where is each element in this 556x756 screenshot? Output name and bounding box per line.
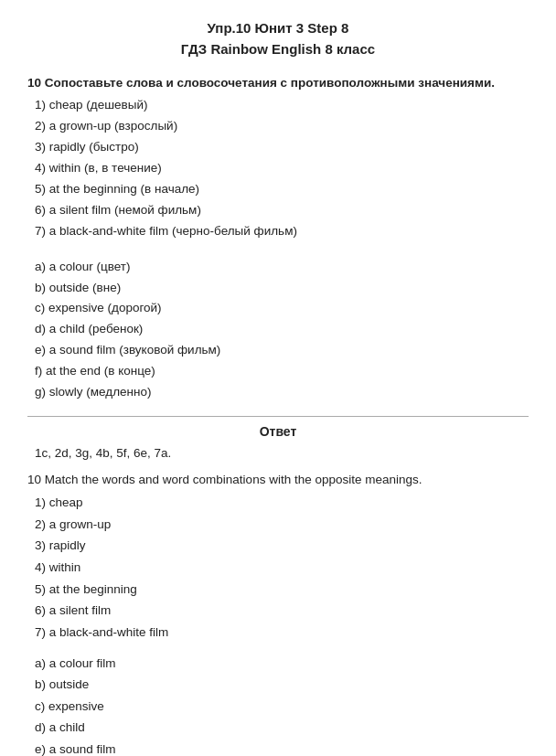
list-item: a) a colour (цвет): [35, 257, 529, 278]
list-item: b) outside (вне): [35, 278, 529, 299]
list-item: e) a sound film (звуковой фильм): [35, 340, 529, 361]
list-item: d) a child (ребенок): [35, 319, 529, 340]
list-item: c) expensive: [35, 696, 529, 718]
list-item: c) expensive (дорогой): [35, 298, 529, 319]
list-item: b) outside: [35, 674, 529, 696]
list-item: 6) a silent film (немой фильм): [35, 200, 529, 221]
list-item: 1) cheap (дешевый): [35, 95, 529, 116]
list-item: g) slowly (медленно): [35, 382, 529, 403]
list-item: d) a child: [35, 717, 529, 739]
list-item: f) at the end (в конце): [35, 361, 529, 382]
list-item: 7) a black-and-white film (черно-белый ф…: [35, 221, 529, 242]
list-item: a) a colour film: [35, 653, 529, 675]
task-section: 10 Сопоставьте слова и словосочетания с …: [27, 76, 529, 403]
answer-label: Ответ: [27, 424, 529, 439]
list-item: 5) at the beginning: [35, 579, 529, 601]
english-lettered-list: a) a colour film b) outside c) expensive…: [27, 653, 529, 757]
list-item: 3) rapidly (быстро): [35, 137, 529, 158]
list-item: e) a sound film: [35, 739, 529, 756]
list-item: 2) a grown-up: [35, 514, 529, 536]
list-item: 4) within: [35, 557, 529, 579]
list-item: 2) a grown-up (взрослый): [35, 116, 529, 137]
page-title: Упр.10 Юнит 3 Step 8 ГДЗ Rainbow English…: [27, 18, 529, 59]
list-item: 3) rapidly: [35, 535, 529, 557]
english-numbered-list: 1) cheap 2) a grown-up 3) rapidly 4) wit…: [27, 492, 529, 643]
answer-text: 1c, 2d, 3g, 4b, 5f, 6e, 7a.: [27, 446, 529, 460]
list-item: 5) at the beginning (в начале): [35, 179, 529, 200]
english-section: 10 Match the words and word combinations…: [27, 473, 529, 756]
list-item: 4) within (в, в течение): [35, 158, 529, 179]
divider: [27, 416, 529, 417]
task-lettered-list: a) a colour (цвет) b) outside (вне) c) e…: [27, 257, 529, 404]
list-item: 1) cheap: [35, 492, 529, 514]
task-header: 10 Сопоставьте слова и словосочетания с …: [27, 76, 529, 90]
list-item: 7) a black-and-white film: [35, 622, 529, 644]
english-task-header: 10 Match the words and word combinations…: [27, 473, 529, 486]
list-item: 6) a silent film: [35, 600, 529, 622]
task-numbered-list: 1) cheap (дешевый) 2) a grown-up (взросл…: [27, 95, 529, 242]
